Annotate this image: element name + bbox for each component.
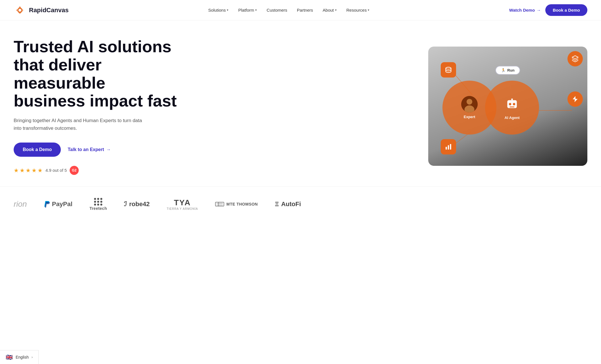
robot-svg — [504, 95, 520, 111]
logo-text: RapidCanvas — [29, 7, 68, 14]
navbar: RapidCanvas Solutions ▾ Platform ▾ Custo… — [0, 0, 601, 20]
database-icon — [444, 66, 452, 74]
logos-strip: rion PayPal Treetech ℐrobe42 TYA TIERRA … — [0, 186, 601, 222]
hero-rating: ★ ★ ★ ★ ★ 4.9 out of 5 G2 — [14, 166, 178, 175]
hero-talk-expert-link[interactable]: Talk to an Expert → — [68, 147, 111, 152]
nav-resources[interactable]: Resources ▾ — [342, 5, 374, 15]
g2-badge: G2 — [70, 166, 79, 175]
svg-rect-17 — [448, 145, 449, 149]
chevron-down-icon: ▾ — [227, 8, 228, 12]
database-icon-box — [441, 62, 456, 78]
hero-buttons: Book a Demo Talk to an Expert → — [14, 143, 178, 157]
treetech-label: Treetech — [90, 206, 107, 211]
chevron-down-icon: ▾ — [335, 8, 337, 12]
hero-subtext: Bringing together AI Agents and Human Ex… — [14, 117, 150, 132]
expert-avatar — [461, 96, 478, 112]
arrow-right-icon: → — [536, 8, 541, 12]
star-3: ★ — [26, 167, 31, 174]
svg-point-15 — [446, 67, 451, 69]
logo-ion: rion — [14, 200, 27, 209]
logo-tya: TYA TIERRA Y ARMONÍA — [167, 198, 198, 210]
nav-solutions[interactable]: Solutions ▾ — [204, 5, 233, 15]
hero-book-demo-button[interactable]: Book a Demo — [14, 143, 61, 157]
logo-probe42: ℐrobe42 — [124, 200, 149, 208]
nav-links: Solutions ▾ Platform ▾ Customers Partner… — [204, 5, 374, 15]
mte-thomson-label: MTE THOMSON — [226, 202, 258, 206]
chevron-down-icon: ▾ — [255, 8, 257, 12]
logo-link[interactable]: RapidCanvas — [14, 4, 68, 16]
logo-icon — [14, 4, 26, 16]
hero-headline: Trusted AI solutions that deliver measur… — [14, 37, 178, 110]
svg-point-11 — [513, 103, 515, 105]
star-4: ★ — [32, 167, 37, 174]
star-1: ★ — [14, 167, 19, 174]
run-label: Run — [507, 68, 514, 72]
hero-diagram: Expert AI Agent — [428, 47, 587, 166]
nav-partners[interactable]: Partners — [293, 5, 317, 15]
star-rating: ★ ★ ★ ★ ★ — [14, 167, 43, 174]
chart-icon — [445, 143, 452, 150]
paypal-icon — [44, 200, 50, 208]
arrow-right-icon: → — [106, 147, 111, 152]
hero-image: Expert AI Agent — [428, 47, 587, 166]
star-2: ★ — [20, 167, 25, 174]
svg-rect-18 — [450, 144, 451, 150]
watch-demo-link[interactable]: Watch Demo → — [509, 8, 541, 12]
logo-paypal: PayPal — [44, 200, 72, 208]
bolt-icon-box — [567, 91, 583, 107]
expert-label: Expert — [464, 115, 475, 119]
nav-ctas: Watch Demo → Book a Demo — [509, 4, 587, 16]
cube-icon-box — [567, 51, 583, 66]
book-demo-button[interactable]: Book a Demo — [545, 4, 587, 16]
agent-circle: AI Agent — [485, 81, 539, 135]
robot-icon-wrap — [504, 95, 520, 113]
runner-icon: 🏃 — [501, 68, 506, 72]
cube-icon — [571, 55, 579, 62]
svg-rect-12 — [510, 106, 515, 107]
chart-icon-box — [441, 139, 456, 154]
nav-platform[interactable]: Platform ▾ — [234, 5, 261, 15]
svg-rect-16 — [446, 147, 447, 150]
run-button[interactable]: 🏃 Run — [495, 66, 520, 75]
bolt-icon — [571, 95, 579, 103]
paypal-label: PayPal — [52, 200, 72, 208]
hero-section: Trusted AI solutions that deliver measur… — [0, 20, 601, 186]
star-5: ★ — [38, 167, 43, 174]
svg-point-10 — [509, 103, 511, 105]
rating-text: 4.9 out of 5 — [45, 168, 67, 173]
nav-about[interactable]: About ▾ — [319, 5, 341, 15]
expert-avatar-svg — [461, 96, 478, 112]
nav-customers[interactable]: Customers — [263, 5, 291, 15]
logo-autofi: ΞAutoFi — [275, 200, 301, 208]
mte-thomson-icon — [215, 201, 224, 207]
svg-point-7 — [467, 99, 472, 104]
logo-mte-thomson: MTE THOMSON — [215, 201, 258, 207]
logo-treetech: Treetech — [90, 198, 107, 211]
svg-rect-19 — [215, 202, 224, 206]
agent-label: AI Agent — [505, 116, 520, 120]
chevron-down-icon: ▾ — [368, 8, 369, 12]
hero-left: Trusted AI solutions that deliver measur… — [14, 37, 178, 175]
svg-point-1 — [18, 9, 21, 12]
treetech-dots — [94, 198, 103, 206]
